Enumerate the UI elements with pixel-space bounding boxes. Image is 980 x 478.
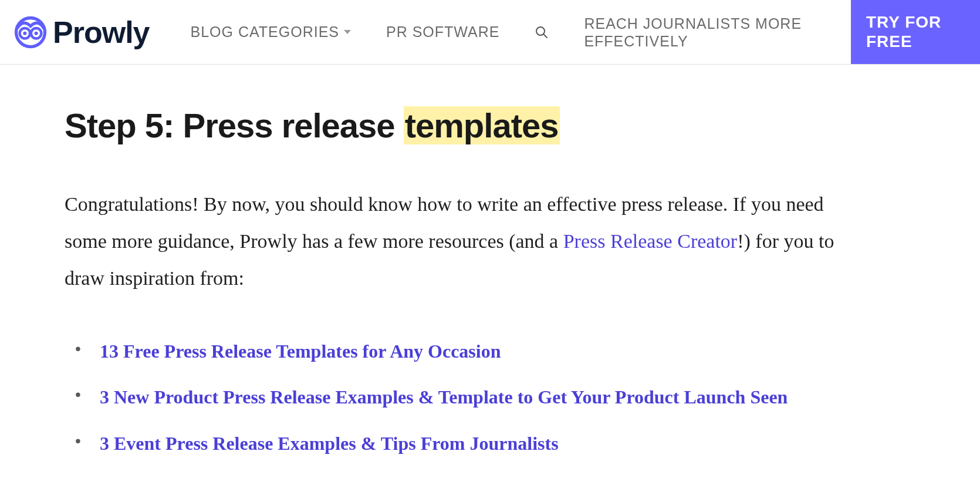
list-item: 3 Event Press Release Examples & Tips Fr… [75, 430, 851, 457]
nav-reach-journalists[interactable]: REACH JOURNALISTS MORE EFFECTIVELY [584, 15, 830, 50]
article-content: Step 5: Press release templates Congratu… [0, 65, 915, 478]
heading-prefix: Step 5: Press release [65, 106, 404, 144]
list-item: 13 Free Press Release Templates for Any … [75, 338, 851, 365]
resource-link-product-launch[interactable]: 3 New Product Press Release Examples & T… [100, 386, 788, 408]
nav-pr-software[interactable]: PR SOFTWARE [386, 23, 499, 41]
resource-link-event-examples[interactable]: 3 Event Press Release Examples & Tips Fr… [100, 433, 559, 454]
list-item: 3 New Product Press Release Examples & T… [75, 384, 851, 410]
logo[interactable]: Prowly [14, 15, 150, 50]
try-for-free-button[interactable]: TRY FOR FREE [851, 0, 980, 63]
svg-point-4 [35, 31, 38, 35]
search-icon[interactable] [535, 25, 549, 39]
section-heading: Step 5: Press release templates [65, 106, 851, 145]
svg-line-6 [543, 34, 547, 38]
nav-label: PR SOFTWARE [386, 23, 499, 41]
intro-paragraph: Congratulations! By now, you should know… [65, 186, 851, 297]
logo-text: Prowly [53, 15, 150, 50]
owl-icon [14, 16, 47, 49]
resource-list: 13 Free Press Release Templates for Any … [75, 338, 851, 457]
svg-point-3 [23, 31, 26, 35]
primary-nav: BLOG CATEGORIES PR SOFTWARE REACH JOURNA… [191, 15, 851, 50]
site-header: Prowly BLOG CATEGORIES PR SOFTWARE REACH… [0, 0, 980, 65]
chevron-down-icon [344, 30, 351, 34]
heading-highlight: templates [404, 106, 560, 144]
nav-label: BLOG CATEGORIES [191, 23, 339, 41]
press-release-creator-link[interactable]: Press Release Creator [563, 230, 737, 252]
resource-link-templates[interactable]: 13 Free Press Release Templates for Any … [100, 341, 501, 362]
nav-blog-categories[interactable]: BLOG CATEGORIES [191, 23, 351, 41]
